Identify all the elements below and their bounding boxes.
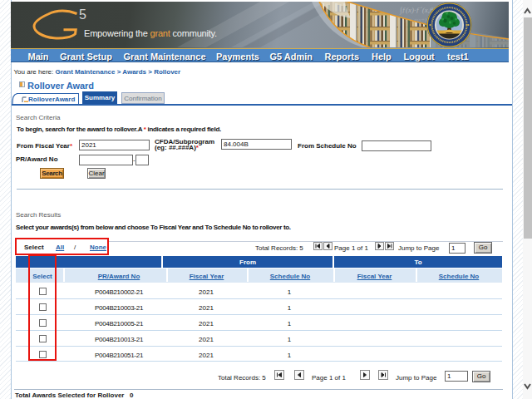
svg-text:5: 5 xyxy=(79,7,86,22)
svg-text:y = mx+b: y = mx+b xyxy=(404,17,428,23)
